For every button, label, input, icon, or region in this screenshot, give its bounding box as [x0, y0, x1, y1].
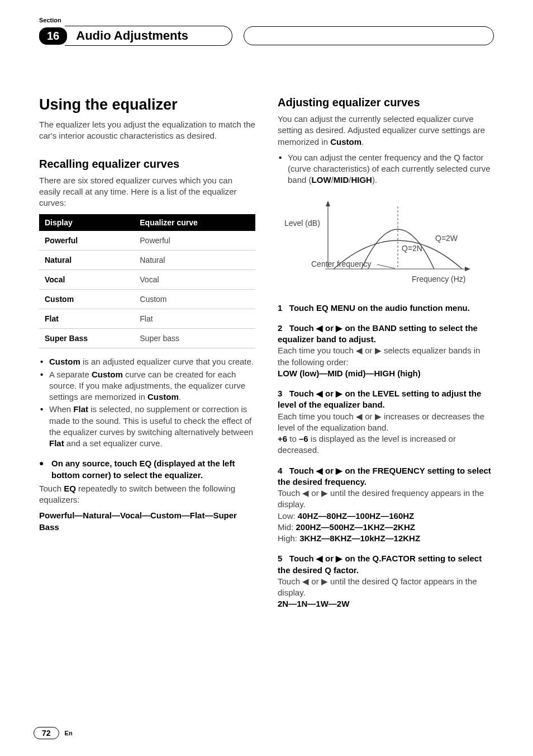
left-column: Using the equalizer The equalizer lets y…: [39, 96, 255, 610]
table-row: VocalVocal: [39, 270, 255, 290]
table-row: NaturalNatural: [39, 251, 255, 270]
svg-marker-1: [326, 201, 330, 206]
table-row: PowerfulPowerful: [39, 231, 255, 251]
diagram-q2w-label: Q=2W: [435, 234, 458, 243]
heading-using-equalizer: Using the equalizer: [39, 96, 255, 114]
equalizer-curve-table: Display Equalizer curve PowerfulPowerful…: [39, 214, 255, 348]
header-empty-pill: [244, 26, 494, 45]
th-display: Display: [39, 214, 134, 231]
step-3: 3 Touch ◀ or ▶ on the LEVEL setting to a…: [278, 388, 494, 456]
right-column: Adjusting equalizer curves You can adjus…: [278, 96, 494, 610]
adjust-notes: You can adjust the center frequency and …: [278, 152, 494, 186]
step-4: 4 Touch ◀ or ▶ on the FREQUENCY setting …: [278, 465, 494, 545]
table-row: FlatFlat: [39, 309, 255, 329]
diagram-freq-label: Frequency (Hz): [412, 275, 465, 284]
recall-intro: There are six stored equalizer curves wh…: [39, 175, 255, 209]
page-title: Audio Adjustments: [65, 26, 232, 46]
heading-recalling-curves: Recalling equalizer curves: [39, 158, 255, 171]
step-5: 5 Touch ◀ or ▶ on the Q.FACTOR setting t…: [278, 553, 494, 609]
eq-order: Powerful—Natural—Vocal—Custom—Flat—Super…: [39, 510, 255, 533]
page-header: 16 Audio Adjustments: [39, 26, 494, 46]
table-row: CustomCustom: [39, 290, 255, 309]
page-footer: 72 En: [34, 727, 73, 739]
svg-marker-3: [465, 267, 470, 271]
diagram-center-label: Center frequency: [311, 259, 371, 268]
list-item: A separate Custom curve can be created f…: [39, 369, 255, 403]
adjust-intro: You can adjust the currently selected eq…: [278, 114, 494, 148]
section-number-badge: 16: [39, 27, 67, 45]
header-title-group: 16 Audio Adjustments: [39, 26, 232, 46]
diagram-level-label: Level (dB): [284, 219, 320, 228]
list-item: You can adjust the center frequency and …: [278, 152, 494, 186]
list-item: When Flat is selected, no supplement or …: [39, 404, 255, 449]
section-label: Section: [39, 17, 494, 23]
language-code: En: [65, 730, 73, 736]
diagram-q2n-label: Q=2N: [402, 244, 422, 253]
list-item: Custom is an adjusted equalizer curve th…: [39, 356, 255, 367]
step-1: 1 Touch EQ MENU on the audio function me…: [278, 303, 494, 314]
eq-repeat-instruction: Touch EQ repeatedly to switch between th…: [39, 483, 255, 506]
instruction-main: On any source, touch EQ (displayed at th…: [39, 458, 255, 481]
svg-line-5: [377, 264, 395, 268]
notes-list: Custom is an adjusted equalizer curve th…: [39, 356, 255, 449]
heading-adjusting-curves: Adjusting equalizer curves: [278, 96, 494, 109]
th-curve: Equalizer curve: [134, 214, 255, 231]
step-2: 2 Touch ◀ or ▶ on the BAND setting to se…: [278, 323, 494, 379]
q-factor-diagram: Level (dB) Q=2N Q=2W Center frequency Fr…: [278, 195, 494, 292]
page-number: 72: [34, 727, 59, 739]
table-row: Super BassSuper bass: [39, 329, 255, 348]
intro-paragraph: The equalizer lets you adjust the equali…: [39, 119, 255, 142]
